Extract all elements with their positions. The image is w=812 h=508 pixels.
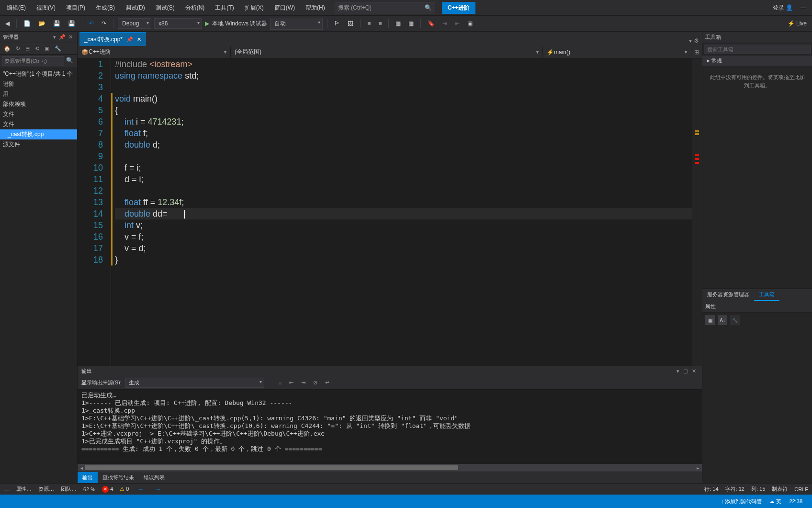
close-icon[interactable]: ✕	[690, 368, 698, 374]
menu-project[interactable]: 项目(P)	[61, 2, 90, 14]
tab-findsymbols[interactable]: 查找符号结果	[98, 472, 139, 483]
status-tab[interactable]: 团队…	[61, 485, 77, 493]
box-icon[interactable]: ▣	[465, 19, 475, 28]
prop-category-icon[interactable]: ▦	[705, 315, 715, 325]
tool-icon-1[interactable]: 🏳	[332, 19, 342, 28]
chevron-down-icon[interactable]: ▾	[689, 37, 692, 44]
solution-search[interactable]: 资源管理器(Ctrl+;)	[2, 56, 64, 66]
pin-icon[interactable]: 📌	[57, 34, 67, 40]
menu-edit[interactable]: 编辑(E)	[2, 2, 31, 14]
scroll-right-icon[interactable]: ▸	[695, 465, 701, 471]
tab-output[interactable]: 输出	[78, 472, 98, 483]
new-file-icon[interactable]: 📄	[21, 19, 33, 28]
minimize-icon[interactable]: —	[801, 4, 806, 11]
output-body[interactable]: 已启动生成… 1>------ 已启动生成: 项目: C++进阶, 配置: De…	[78, 390, 702, 464]
tree-item[interactable]: 用	[0, 89, 77, 99]
prev-icon[interactable]: ⇤	[287, 379, 295, 387]
auto-combo[interactable]: 自动	[270, 18, 323, 30]
undo-icon[interactable]: ↶	[87, 19, 96, 28]
nav-func-combo[interactable]: ⚡ main()	[543, 47, 691, 57]
properties-icon[interactable]: 🔧	[53, 45, 63, 53]
global-search[interactable]: 搜索 (Ctrl+Q) 🔍	[335, 2, 435, 13]
chevron-down-icon[interactable]: ▾	[675, 368, 681, 374]
tab-mode[interactable]: 制表符	[772, 485, 788, 493]
status-tab[interactable]: …	[4, 486, 9, 492]
next-icon[interactable]: ⇥	[299, 379, 307, 387]
editor-tab-active[interactable]: _cast转换.cpp* 📌 ✕	[79, 32, 146, 46]
toolbox-group-general[interactable]: ▸ 常规	[702, 56, 812, 66]
home-icon[interactable]: 🏠	[2, 45, 12, 53]
menu-analyze[interactable]: 分析(N)	[180, 2, 210, 14]
status-tab[interactable]: 属性…	[16, 485, 32, 493]
output-source-combo[interactable]: 生成	[125, 378, 264, 388]
open-icon[interactable]: 📂	[36, 19, 48, 28]
clear-icon[interactable]: ⊘	[311, 379, 319, 387]
tree-item[interactable]: 源文件	[0, 139, 77, 150]
pin-icon[interactable]: 📌	[126, 36, 133, 43]
config-combo[interactable]: Debug	[118, 18, 151, 29]
prop-wrench-icon[interactable]: 🔧	[730, 315, 740, 325]
live-share-icon[interactable]: ⚡ Live	[785, 19, 809, 28]
show-all-icon[interactable]: ▣	[43, 45, 51, 53]
login-button[interactable]: 登录 👤	[770, 2, 796, 14]
indent-icon[interactable]: ≡	[365, 19, 373, 28]
nav-prev-icon[interactable]: ←	[135, 485, 146, 493]
output-hscroll[interactable]: ◂ ▸	[78, 464, 702, 472]
nav-project-combo[interactable]: 📦 C++进阶	[78, 46, 231, 58]
menu-extensions[interactable]: 扩展(X)	[240, 2, 269, 14]
chevron-down-icon[interactable]: ▾	[52, 34, 57, 40]
menu-test[interactable]: 测试(S)	[151, 2, 180, 14]
status-tab[interactable]: 资源…	[38, 485, 54, 493]
project-badge[interactable]: C++进阶	[442, 2, 476, 14]
prop-alpha-icon[interactable]: A↓	[718, 315, 727, 325]
ime-indicator[interactable]: ☁ 英	[766, 498, 785, 505]
play-icon[interactable]: ▶	[205, 20, 209, 27]
gear-icon[interactable]: ⚙	[694, 37, 699, 44]
menu-debug[interactable]: 调试(D)	[121, 2, 150, 14]
wrap-icon[interactable]: ↩	[323, 379, 331, 387]
search-icon[interactable]: 🔍	[64, 56, 75, 66]
split-icon[interactable]: ⊞	[691, 47, 702, 57]
step-icon-1[interactable]: ⇥	[440, 19, 450, 28]
nav-back-icon[interactable]: ◀	[3, 19, 12, 28]
collapse-icon[interactable]: ⊟	[23, 45, 32, 53]
menu-window[interactable]: 窗口(W)	[270, 2, 300, 14]
step-icon-2[interactable]: ⇤	[452, 19, 462, 28]
tree-solution[interactable]: "C++进阶"(1 个项目/共 1 个	[0, 69, 77, 79]
sync-icon[interactable]: ⟲	[33, 45, 41, 53]
nav-next-icon[interactable]: →	[153, 485, 163, 493]
refresh-icon[interactable]: ↻	[14, 45, 22, 53]
platform-combo[interactable]: x86	[154, 18, 202, 29]
tree-item[interactable]: 部依赖项	[0, 99, 77, 109]
add-source-control[interactable]: ↑ 添加到源代码管	[717, 498, 766, 505]
toolbox-search[interactable]	[704, 45, 811, 54]
uncomment-icon[interactable]: ▦	[406, 19, 416, 28]
overview-ruler[interactable]	[692, 58, 702, 366]
bookmark-icon[interactable]: 🔖	[425, 19, 437, 28]
tree-item-active[interactable]: _cast转换.cpp	[0, 129, 77, 139]
tree-item[interactable]: 文件	[0, 119, 77, 129]
maximize-icon[interactable]: ▢	[681, 368, 690, 374]
tool-icon-2[interactable]: 🖼	[345, 19, 356, 28]
nav-scope-combo[interactable]: (全局范围)	[231, 46, 543, 58]
debugger-button[interactable]: 本地 Windows 调试器	[212, 20, 267, 28]
menu-help[interactable]: 帮助(H)	[301, 2, 330, 14]
tab-server-explorer[interactable]: 服务器资源管理器	[702, 289, 754, 301]
tree-item[interactable]: 文件	[0, 109, 77, 119]
outdent-icon[interactable]: ≡	[376, 19, 384, 28]
close-icon[interactable]: ✕	[67, 34, 74, 40]
menu-tools[interactable]: 工具(T)	[210, 2, 238, 14]
comment-icon[interactable]: ▦	[393, 19, 403, 28]
tree-item[interactable]: 进阶	[0, 79, 77, 89]
menu-view[interactable]: 视图(V)	[32, 2, 60, 14]
goto-icon[interactable]: ≡	[277, 379, 283, 387]
error-count[interactable]: ✕ 4	[102, 486, 113, 493]
tab-toolbox[interactable]: 工具箱	[754, 289, 779, 301]
zoom-level[interactable]: 62 %	[83, 486, 95, 492]
warning-count[interactable]: ⚠ 0	[120, 486, 129, 492]
save-all-icon[interactable]: 💾	[66, 19, 78, 28]
scroll-thumb[interactable]	[85, 465, 458, 470]
scroll-left-icon[interactable]: ◂	[79, 465, 85, 471]
save-icon[interactable]: 💾	[51, 19, 63, 28]
redo-icon[interactable]: ↷	[99, 19, 109, 28]
